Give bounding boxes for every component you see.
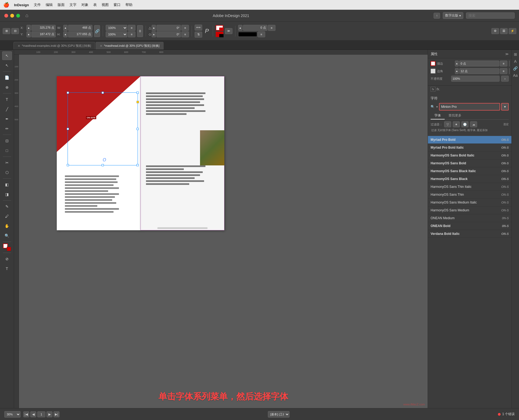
shear-menu[interactable]: ≡ <box>181 31 189 37</box>
font-list-item[interactable]: HarmonyOS Sans Black ItalicON-S <box>428 167 511 175</box>
transform-icon-1[interactable]: ⊞ <box>3 28 10 34</box>
settings-icon[interactable]: ⚙ <box>491 28 499 34</box>
font-list-item[interactable]: HarmonyOS Sans BoldON-S <box>428 159 511 167</box>
handle-ml[interactable] <box>67 128 69 130</box>
apply-as-none[interactable]: ⊘ <box>2 255 12 263</box>
free-transform-tool[interactable]: ⬡ <box>2 168 12 177</box>
line-tool[interactable]: ╱ <box>2 105 12 114</box>
corner-value-input[interactable] <box>459 68 499 74</box>
tab-close-0[interactable]: ✕ <box>18 44 20 48</box>
content-collector[interactable]: ⊕ <box>2 83 12 92</box>
menu-file[interactable]: 文件 <box>34 2 41 7</box>
rotation-menu[interactable]: ≡ <box>181 25 189 31</box>
font-search-input[interactable] <box>439 103 500 111</box>
filter-button[interactable]: ▽ <box>444 121 451 127</box>
tab-find-more[interactable]: 查找更多 <box>445 112 465 119</box>
stroke-stepper[interactable]: ▲ <box>238 25 242 31</box>
h-stepper-up[interactable]: ▲ <box>63 31 68 37</box>
font-list-item[interactable]: HarmonyOS Sans ThinON-S <box>428 191 511 199</box>
tab-font[interactable]: 字体 <box>431 112 445 119</box>
menu-table[interactable]: 表 <box>93 2 97 7</box>
tab-0[interactable]: ✕ *masthead-examples.indd @ 30% [GPU 预览]… <box>14 42 95 49</box>
yellow-handle[interactable] <box>137 101 139 103</box>
apple-menu[interactable]: 🍎 <box>3 2 9 8</box>
shear-input[interactable] <box>157 31 181 37</box>
fx-icon[interactable]: fx <box>431 87 435 92</box>
font-list-item[interactable]: HarmonyOS Sans BlackON-S <box>428 175 511 183</box>
home-icon[interactable]: ⌂ <box>25 13 28 18</box>
selection-box[interactable]: O <box>68 92 138 165</box>
rect-tool[interactable]: □ <box>2 146 12 155</box>
corner-val-stepper[interactable]: ▲ <box>455 68 459 74</box>
global-search-input[interactable] <box>466 12 515 19</box>
font-list-item[interactable]: Verdana Bold ItalicON-S <box>428 230 511 238</box>
stroke-color[interactable] <box>216 32 223 37</box>
shear-stepper[interactable]: ▲ <box>152 31 156 37</box>
y-stepper-up[interactable]: ▲ <box>26 31 31 37</box>
menu-view[interactable]: 视图 <box>102 2 109 7</box>
scale-y-select[interactable]: 100% <box>106 31 127 37</box>
handle-tm[interactable] <box>102 92 104 94</box>
gradient-tool[interactable]: ◧ <box>2 180 12 189</box>
menu-layout[interactable]: 版面 <box>58 2 65 7</box>
last-page-btn[interactable]: ▶| <box>54 411 59 417</box>
gradient-feather-tool[interactable]: ◨ <box>2 190 12 199</box>
font-list-container[interactable]: Myriad Pro BoldON-SMyriad Pro Bold Itali… <box>428 136 511 260</box>
stroke-val-stepper[interactable]: ▲ <box>455 61 459 66</box>
font-list-item[interactable]: HarmonyOS Sans Bold ItalicON-S <box>428 152 511 159</box>
opacity-more-btn[interactable]: › <box>501 76 509 82</box>
filter-star-btn[interactable]: ★ <box>453 121 460 127</box>
menu-help[interactable]: 帮助 <box>125 2 132 7</box>
stroke-color-swatch[interactable] <box>509 61 510 66</box>
x-input[interactable] <box>31 25 56 31</box>
zoom-tool[interactable]: 🔍 <box>2 231 12 240</box>
h-input[interactable] <box>68 31 92 37</box>
color-swatches[interactable] <box>3 244 11 251</box>
panel-icon-1[interactable]: ⊞ <box>513 51 518 57</box>
direct-select-tool[interactable]: ↖ <box>2 61 12 70</box>
fill-color[interactable] <box>216 25 223 31</box>
share-button[interactable]: ↑ <box>434 13 440 19</box>
flip-v-button[interactable]: ⇅ <box>195 32 202 38</box>
panel-icon-4[interactable]: Aa <box>513 72 518 78</box>
tab-close-1[interactable]: ✕ <box>100 44 102 48</box>
canvas-area[interactable]: O ON-SITE <box>19 55 428 408</box>
page-tool[interactable]: 📄 <box>2 73 12 82</box>
corner-val-menu[interactable]: ≡ <box>500 68 507 74</box>
quick-actions-icon[interactable]: ≡ <box>500 28 508 34</box>
w-stepper-up[interactable]: ▲ <box>63 25 68 31</box>
font-list-item[interactable]: Myriad Pro Bold ItalicON-S <box>428 144 511 152</box>
w-input[interactable] <box>68 25 92 31</box>
scale-x-btn[interactable]: ≡ <box>128 25 135 31</box>
panel-more-icon[interactable]: ≫ <box>505 52 509 56</box>
horizontal-scrollbar[interactable] <box>157 227 208 229</box>
filter-recent-btn[interactable]: 🕒 <box>461 121 468 127</box>
font-dropdown-button[interactable]: ▾ <box>501 103 509 111</box>
handle-tl[interactable] <box>67 92 69 94</box>
rect-frame-tool[interactable]: ⊡ <box>2 136 12 145</box>
type-tool[interactable]: T <box>2 95 12 104</box>
menu-object[interactable]: 对象 <box>81 2 88 7</box>
more-options-btn[interactable]: ≫ <box>225 28 232 34</box>
hand-tool[interactable]: ✋ <box>2 222 12 230</box>
x-stepper-up[interactable]: ▲ <box>26 25 31 31</box>
pencil-tool[interactable]: ✏ <box>2 124 12 133</box>
menu-indesign[interactable]: InDesign <box>14 3 29 7</box>
stroke-swatch[interactable] <box>431 61 435 66</box>
font-list-item[interactable]: HarmonyOS Sans MediumON-S <box>428 206 511 214</box>
font-list-item[interactable]: HarmonyOS Sans Medium ItalicON-S <box>428 199 511 206</box>
rotation-input[interactable] <box>157 25 181 31</box>
pen-tool[interactable]: ✒ <box>2 115 12 123</box>
font-list-item[interactable]: HarmonyOS Sans Thin ItalicON-S <box>428 183 511 191</box>
page-number-input[interactable] <box>37 411 45 417</box>
first-page-btn[interactable]: |◀ <box>23 411 29 417</box>
handle-tr[interactable] <box>137 92 139 94</box>
flip-h-button[interactable]: ⟺ <box>195 25 202 31</box>
y-input[interactable] <box>31 31 56 37</box>
digital-pub-button[interactable]: 数字出版 ▾ <box>443 12 463 19</box>
panel-icon-3[interactable]: 🔗 <box>513 65 518 71</box>
chain-link-icon[interactable]: 🔗 <box>94 25 100 37</box>
panel-icon-2[interactable]: A <box>513 58 518 64</box>
stroke-input[interactable] <box>243 25 267 31</box>
scissors-tool[interactable]: ✂ <box>2 158 12 167</box>
